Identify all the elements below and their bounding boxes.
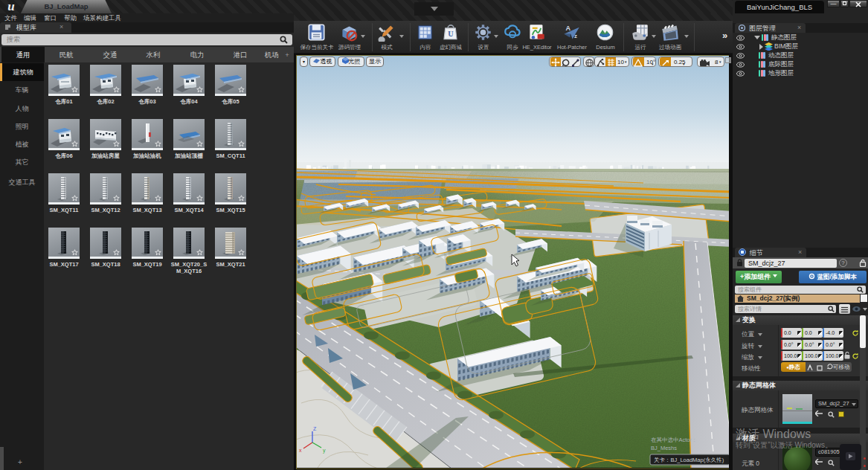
svg-text:A: A [566, 25, 571, 32]
svg-text:BJ_Meshs: BJ_Meshs [651, 445, 677, 451]
svg-text:x: x [299, 448, 302, 453]
svg-text:y: y [323, 448, 326, 454]
svg-text:Z: Z [313, 426, 317, 431]
svg-text:在其中选中Actor：: 在其中选中Actor： [651, 437, 698, 443]
svg-text:z: z [574, 33, 577, 39]
svg-text:关卡：BJ_LoadMap(永久性): 关卡：BJ_LoadMap(永久性) [654, 457, 724, 463]
svg-text:U: U [448, 30, 454, 38]
